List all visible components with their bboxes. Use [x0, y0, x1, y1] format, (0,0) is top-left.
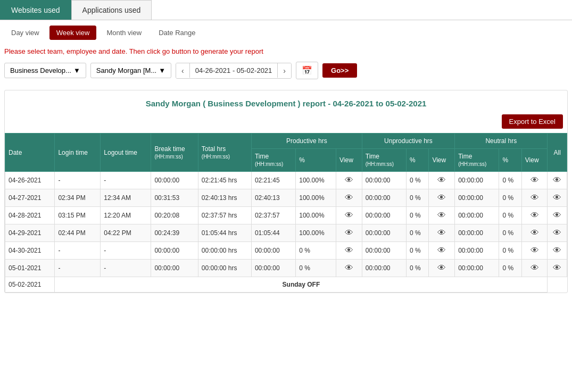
eye-icon[interactable]: 👁: [432, 193, 451, 203]
cell-all-view[interactable]: 👁: [548, 242, 567, 260]
cell-date: 04-27-2021: [5, 189, 55, 207]
cell-unprod-pct: 0 %: [407, 189, 429, 207]
eye-icon[interactable]: 👁: [432, 228, 451, 238]
cell-login: -: [55, 242, 101, 260]
cell-prod-time: 01:05:44: [251, 224, 295, 242]
go-button[interactable]: Go>>: [322, 63, 357, 78]
cell-total: 02:37:57 hrs: [198, 207, 251, 224]
cell-total: 02:40:13 hrs: [198, 189, 251, 207]
cell-prod-time: 00:00:00: [251, 242, 295, 260]
cell-neutral-pct: 0 %: [499, 207, 521, 224]
cell-unprod-view[interactable]: 👁: [429, 260, 455, 277]
cell-all-view[interactable]: 👁: [548, 172, 567, 189]
eye-icon[interactable]: 👁: [432, 246, 451, 255]
cell-prod-pct: 100.00%: [296, 224, 336, 242]
cell-unprod-pct: 0 %: [407, 207, 429, 224]
eye-icon[interactable]: 👁: [339, 193, 359, 203]
cell-neutral-time: 00:00:00: [455, 224, 499, 242]
cell-all-view[interactable]: 👁: [548, 224, 567, 242]
cell-unprod-view[interactable]: 👁: [429, 172, 455, 189]
export-row: Export to Excel: [5, 112, 567, 133]
cell-all-view[interactable]: 👁: [548, 260, 567, 277]
tab-date-range[interactable]: Date Range: [152, 26, 202, 40]
col-date: Date: [5, 134, 55, 172]
cell-neutral-view[interactable]: 👁: [521, 260, 548, 277]
cell-prod-time: 02:40:13: [251, 189, 295, 207]
calendar-button[interactable]: 📅: [296, 62, 318, 79]
employee-dropdown[interactable]: Sandy Morgan [M... ▼: [90, 63, 171, 78]
eye-icon[interactable]: 👁: [525, 176, 544, 185]
cell-prod-view[interactable]: 👁: [336, 207, 362, 224]
cell-prod-view[interactable]: 👁: [336, 260, 362, 277]
calendar-icon: 📅: [302, 66, 312, 75]
tab-websites[interactable]: Websites used: [0, 0, 71, 20]
cell-all-view[interactable]: 👁: [548, 207, 567, 224]
cell-neutral-view[interactable]: 👁: [521, 224, 548, 242]
cell-neutral-time: 00:00:00: [455, 242, 499, 260]
eye-icon[interactable]: 👁: [525, 246, 544, 255]
cell-unprod-view[interactable]: 👁: [429, 224, 455, 242]
cell-prod-view[interactable]: 👁: [336, 189, 362, 207]
tab-day-view[interactable]: Day view: [4, 26, 46, 40]
team-dropdown[interactable]: Business Develop... ▼: [4, 63, 86, 78]
cell-login: 02:34 PM: [55, 189, 101, 207]
cell-neutral-view[interactable]: 👁: [521, 172, 548, 189]
eye-icon[interactable]: 👁: [432, 176, 451, 185]
col-unproductive-group: Unproductive hrs: [362, 134, 454, 149]
cell-neutral-pct: 0 %: [499, 242, 521, 260]
cell-neutral-view[interactable]: 👁: [521, 189, 548, 207]
eye-icon[interactable]: 👁: [432, 211, 451, 220]
cell-unprod-view[interactable]: 👁: [429, 242, 455, 260]
table-row: 05-01-2021 - - 00:00:00 00:00:00 hrs 00:…: [5, 260, 567, 277]
cell-prod-pct: 100.00%: [296, 189, 336, 207]
eye-icon[interactable]: 👁: [339, 176, 359, 185]
table-row: 04-26-2021 - - 00:00:00 02:21:45 hrs 02:…: [5, 172, 567, 189]
cell-logout: 12:34 AM: [101, 189, 151, 207]
top-tabs: Websites used Applications used: [0, 0, 572, 20]
cell-all-view[interactable]: 👁: [548, 189, 567, 207]
cell-total: 00:00:00 hrs: [198, 242, 251, 260]
cell-login: -: [55, 260, 101, 277]
cell-unprod-view[interactable]: 👁: [429, 189, 455, 207]
cell-prod-view[interactable]: 👁: [336, 224, 362, 242]
eye-icon[interactable]: 👁: [525, 228, 544, 238]
date-next-button[interactable]: ›: [278, 63, 291, 78]
eye-icon[interactable]: 👁: [339, 263, 359, 273]
cell-prod-view[interactable]: 👁: [336, 242, 362, 260]
eye-icon[interactable]: 👁: [339, 228, 359, 238]
eye-icon[interactable]: 👁: [339, 246, 359, 255]
eye-icon[interactable]: 👁: [551, 228, 563, 238]
cell-date: 05-02-2021: [5, 277, 55, 293]
date-navigator: ‹ 04-26-2021 - 05-02-2021 ›: [176, 63, 292, 79]
cell-neutral-view[interactable]: 👁: [521, 207, 548, 224]
eye-icon[interactable]: 👁: [339, 211, 359, 220]
date-prev-button[interactable]: ‹: [176, 63, 189, 78]
cell-neutral-view[interactable]: 👁: [521, 242, 548, 260]
tab-week-view[interactable]: Week view: [49, 26, 97, 40]
export-excel-button[interactable]: Export to Excel: [502, 114, 563, 129]
eye-icon[interactable]: 👁: [432, 263, 451, 273]
col-prod-time: Time(HH:mm:ss): [251, 149, 295, 172]
tab-applications[interactable]: Applications used: [71, 0, 152, 20]
eye-icon[interactable]: 👁: [551, 211, 563, 220]
eye-icon[interactable]: 👁: [525, 193, 544, 203]
team-dropdown-chevron-icon: ▼: [73, 66, 80, 74]
eye-icon[interactable]: 👁: [551, 263, 563, 273]
col-neutral-time: Time(HH:mm:ss): [455, 149, 499, 172]
eye-icon[interactable]: 👁: [551, 246, 563, 255]
tab-month-view[interactable]: Month view: [100, 26, 148, 40]
table-row: 05-02-2021 Sunday OFF: [5, 277, 567, 293]
eye-icon[interactable]: 👁: [525, 211, 544, 220]
cell-unprod-pct: 0 %: [407, 260, 429, 277]
col-neutral-pct: %: [499, 149, 521, 172]
cell-prod-pct: 0 %: [296, 260, 336, 277]
cell-prod-view[interactable]: 👁: [336, 172, 362, 189]
eye-icon[interactable]: 👁: [525, 263, 544, 273]
cell-unprod-pct: 0 %: [407, 224, 429, 242]
cell-unprod-view[interactable]: 👁: [429, 207, 455, 224]
report-title: Sandy Morgan ( Business Development ) re…: [5, 90, 567, 112]
col-neutral-view: View: [521, 149, 548, 172]
eye-icon[interactable]: 👁: [551, 193, 563, 203]
eye-icon[interactable]: 👁: [551, 176, 563, 185]
cell-neutral-time: 00:00:00: [455, 172, 499, 189]
